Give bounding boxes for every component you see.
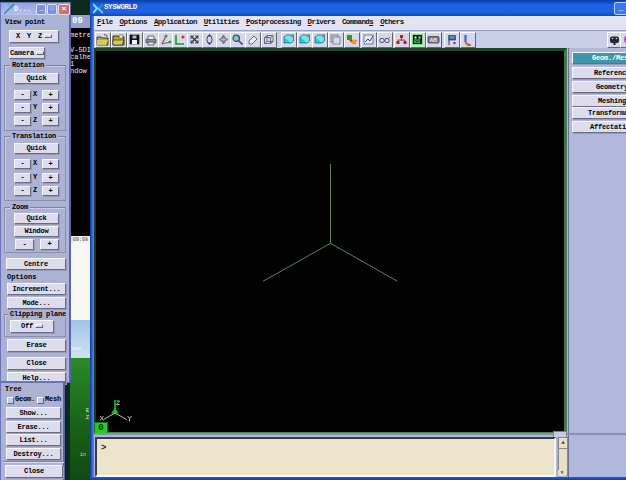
svg-text:88: 88 [414,38,421,45]
svg-text:AB: AB [429,37,437,43]
